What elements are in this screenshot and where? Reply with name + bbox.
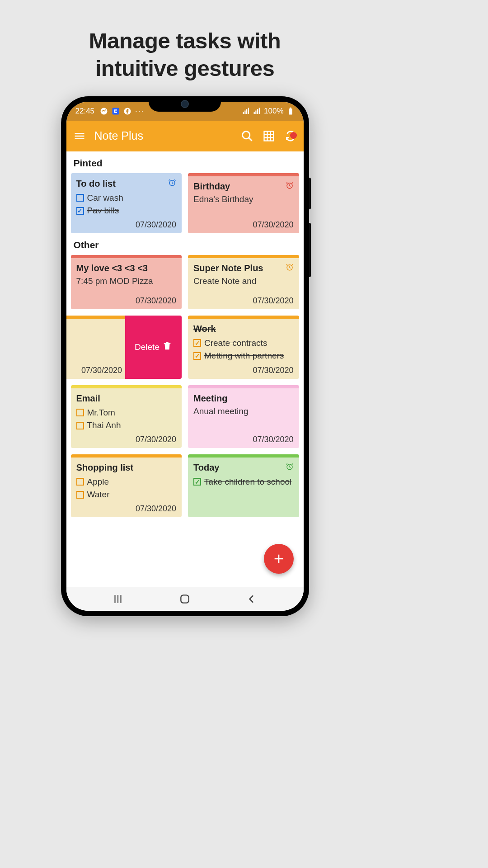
checkbox-icon[interactable] <box>76 422 84 429</box>
task-text: Apple <box>87 476 109 489</box>
note-body: 7:45 pm MOD Pizza <box>76 276 177 293</box>
task-text: Metting with partners <box>204 349 284 363</box>
note-date: 07/30/2020 <box>193 435 294 444</box>
note-date: 07/30/2020 <box>76 504 177 514</box>
screen: 22:45 ··· 100% <box>66 102 304 611</box>
note-date: 07/30/2020 <box>76 435 177 444</box>
svg-rect-3 <box>289 108 292 115</box>
svg-rect-11 <box>181 595 188 603</box>
note-body: Edna's Birthday <box>193 194 294 217</box>
svg-rect-6 <box>264 131 273 141</box>
messenger-icon <box>100 107 108 115</box>
note-card-shopping[interactable]: Shopping list Apple Water 07/30/2020 <box>71 454 182 517</box>
note-title: Birthday <box>193 181 230 192</box>
menu-button[interactable] <box>73 129 86 143</box>
checkbox-checked-icon[interactable] <box>193 352 201 360</box>
note-card-mylove[interactable]: My love <3 <3 <3 7:45 pm MOD Pizza 07/30… <box>71 255 182 309</box>
note-body: Anual meeting <box>193 406 294 432</box>
note-card-todo[interactable]: To do list Car wash Pav bills 07/30/2020 <box>71 173 182 233</box>
signal2-icon <box>253 107 261 115</box>
phone-notch <box>149 96 221 112</box>
more-notif-icon: ··· <box>135 107 144 116</box>
note-date: 07/30/2020 <box>76 296 177 306</box>
promo-line1: Manage tasks with <box>9 27 361 55</box>
note-card-work[interactable]: Work Create contracts Metting with partn… <box>188 316 299 379</box>
trash-icon <box>162 341 172 353</box>
promo-headline: Manage tasks with intuitive gestures <box>0 0 370 96</box>
note-card-birthday[interactable]: Birthday Edna's Birthday 07/30/2020 <box>188 173 299 233</box>
alarm-icon <box>286 462 294 471</box>
checkbox-icon[interactable] <box>76 491 84 499</box>
note-date: 07/30/2020 <box>193 366 294 375</box>
task-text: Mr.Tom <box>87 406 115 420</box>
sync-button[interactable] <box>284 129 297 143</box>
note-title: Work <box>193 324 216 334</box>
note-title: Shopping list <box>76 462 134 473</box>
svg-point-5 <box>242 131 249 138</box>
note-title: Email <box>76 393 100 404</box>
task-text: Thai Anh <box>87 419 121 432</box>
note-title: My love <3 <3 <3 <box>76 263 148 274</box>
alarm-icon <box>286 181 294 189</box>
grid-view-button[interactable] <box>262 129 276 143</box>
sync-badge-icon <box>290 132 297 139</box>
alarm-icon <box>286 263 294 271</box>
battery-pct: 100% <box>264 107 283 116</box>
home-button[interactable] <box>179 593 191 605</box>
task-text: Take children to school <box>204 476 291 489</box>
app-title: Note Plus <box>94 129 232 142</box>
note-card-swiped[interactable]: 07/30/2020 Delete <box>71 316 182 379</box>
note-date: 07/30/2020 <box>193 296 294 306</box>
promo-line2: intuitive gestures <box>9 55 361 82</box>
note-card-today[interactable]: Today Take children to school <box>188 454 299 517</box>
note-title: To do list <box>76 179 116 189</box>
back-button[interactable] <box>246 593 258 605</box>
note-card-supernote[interactable]: Super Note Plus Create Note and 07/30/20… <box>188 255 299 309</box>
svg-rect-4 <box>290 107 291 108</box>
checkbox-icon[interactable] <box>76 194 84 202</box>
note-body: Create Note and <box>193 276 294 293</box>
section-other-title: Other <box>70 233 300 255</box>
note-title: Meeting <box>193 393 228 404</box>
app-bar: Note Plus <box>66 121 304 151</box>
facebook-icon <box>123 107 131 115</box>
status-time: 22:45 <box>75 107 95 116</box>
task-text: Water <box>87 488 110 501</box>
note-card-email[interactable]: Email Mr.Tom Thai Anh 07/30/2020 <box>71 385 182 448</box>
android-nav-bar <box>66 587 304 611</box>
checkbox-checked-icon[interactable] <box>76 207 84 215</box>
section-pinned-title: Pinted <box>70 151 300 173</box>
checkbox-icon[interactable] <box>76 409 84 416</box>
add-note-fab[interactable] <box>264 544 294 574</box>
note-date: 07/30/2020 <box>76 220 177 230</box>
battery-icon <box>286 107 295 115</box>
checkbox-icon[interactable] <box>76 478 84 486</box>
signal1-icon <box>242 107 250 115</box>
swipe-delete-button[interactable]: Delete <box>125 316 182 379</box>
note-date: 07/30/2020 <box>66 366 122 375</box>
task-text: Create contracts <box>204 337 267 350</box>
checkbox-checked-icon[interactable] <box>193 339 201 347</box>
phone-frame: 22:45 ··· 100% <box>61 96 309 616</box>
note-title: Today <box>193 462 219 473</box>
app-notif-icon <box>112 107 120 115</box>
search-button[interactable] <box>240 129 254 143</box>
svg-rect-1 <box>113 108 119 114</box>
task-text: Pav bills <box>87 204 119 217</box>
alarm-icon <box>168 179 176 187</box>
task-text: Car wash <box>87 192 123 205</box>
note-title: Super Note Plus <box>193 263 263 274</box>
recents-button[interactable] <box>112 593 124 605</box>
note-date: 07/30/2020 <box>193 220 294 230</box>
checkbox-checked-icon[interactable] <box>193 478 201 486</box>
note-card-meeting[interactable]: Meeting Anual meeting 07/30/2020 <box>188 385 299 448</box>
delete-label: Delete <box>135 342 160 352</box>
notes-content[interactable]: Pinted To do list Car wash Pav bills 07/… <box>66 151 304 587</box>
